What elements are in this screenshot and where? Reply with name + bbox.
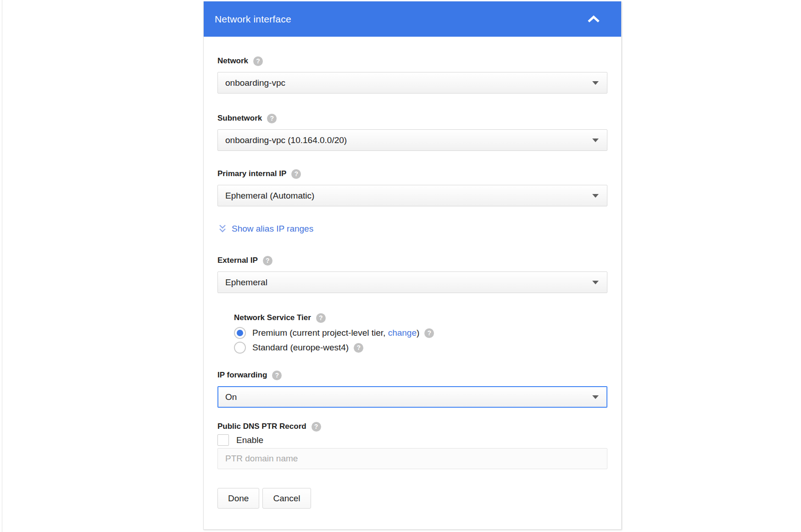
- premium-radio[interactable]: [234, 327, 246, 339]
- dropdown-arrow-icon: [592, 395, 599, 399]
- primary-internal-ip-select[interactable]: Ephemeral (Automatic): [217, 185, 607, 206]
- action-buttons: Done Cancel: [217, 488, 607, 509]
- subnetwork-help-icon[interactable]: ?: [267, 114, 277, 123]
- dropdown-arrow-icon: [592, 194, 599, 198]
- primary-internal-ip-help-icon[interactable]: ?: [291, 169, 301, 179]
- primary-internal-ip-select-value: Ephemeral (Automatic): [225, 191, 592, 201]
- premium-radio-label: Premium (current project-level tier, cha…: [252, 328, 419, 338]
- standard-radio[interactable]: [234, 342, 246, 354]
- network-label: Network: [217, 56, 248, 66]
- ip-forwarding-select-value: On: [225, 392, 592, 402]
- network-field: Network ? onboarding-vpc: [217, 55, 607, 94]
- subnetwork-select[interactable]: onboarding-vpc (10.164.0.0/20): [217, 129, 607, 151]
- enable-ptr-row: Enable: [217, 434, 607, 446]
- primary-internal-ip-label: Primary internal IP: [217, 169, 286, 178]
- cancel-button[interactable]: Cancel: [262, 488, 311, 509]
- done-button[interactable]: Done: [217, 488, 259, 509]
- ip-forwarding-select[interactable]: On: [217, 386, 607, 408]
- panel-header: Network interface: [204, 1, 621, 37]
- external-ip-select-value: Ephemeral: [225, 277, 592, 288]
- standard-radio-label: Standard (europe-west4): [252, 343, 349, 353]
- page: Network interface Network ? onboarding-v…: [0, 0, 801, 532]
- standard-tier-option: Standard (europe-west4) ?: [234, 341, 607, 355]
- external-ip-label: External IP: [217, 256, 258, 265]
- premium-help-icon[interactable]: ?: [424, 328, 434, 338]
- network-help-icon[interactable]: ?: [253, 56, 263, 66]
- network-service-tier-help-icon[interactable]: ?: [316, 313, 326, 323]
- show-alias-ip-ranges-label: Show alias IP ranges: [232, 224, 313, 234]
- network-service-tier-label: Network Service Tier: [234, 313, 311, 322]
- external-ip-help-icon[interactable]: ?: [263, 256, 273, 266]
- external-ip-field: External IP ? Ephemeral: [217, 255, 607, 293]
- page-left-divider: [2, 0, 2, 532]
- primary-internal-ip-field: Primary internal IP ? Ephemeral (Automat…: [217, 168, 607, 206]
- dropdown-arrow-icon: [592, 281, 599, 284]
- panel-title: Network interface: [215, 14, 291, 25]
- network-service-tier-field: Network Service Tier ? Premium (current …: [234, 312, 607, 355]
- change-tier-link[interactable]: change: [388, 328, 417, 338]
- subnetwork-select-value: onboarding-vpc (10.164.0.0/20): [225, 135, 592, 145]
- dropdown-arrow-icon: [592, 81, 599, 85]
- premium-label-close: ): [417, 328, 419, 338]
- public-dns-ptr-help-icon[interactable]: ?: [312, 422, 321, 432]
- ip-forwarding-field: IP forwarding ? On: [217, 370, 607, 408]
- network-select[interactable]: onboarding-vpc: [217, 72, 607, 94]
- dropdown-arrow-icon: [592, 139, 599, 142]
- show-alias-ip-ranges-link[interactable]: Show alias IP ranges: [217, 223, 607, 235]
- chevron-up-icon: [586, 15, 601, 24]
- network-interface-panel: Network interface Network ? onboarding-v…: [203, 1, 622, 530]
- ptr-domain-name-input[interactable]: [217, 448, 607, 469]
- ip-forwarding-label: IP forwarding: [217, 371, 267, 380]
- collapse-button[interactable]: [584, 13, 603, 26]
- public-dns-ptr-label: Public DNS PTR Record: [217, 422, 306, 431]
- subnetwork-label: Subnetwork: [217, 114, 262, 123]
- ip-forwarding-help-icon[interactable]: ?: [272, 371, 282, 380]
- external-ip-select[interactable]: Ephemeral: [217, 272, 607, 293]
- standard-help-icon[interactable]: ?: [354, 343, 363, 353]
- enable-ptr-label: Enable: [236, 435, 263, 445]
- public-dns-ptr-field: Public DNS PTR Record ? Enable: [217, 421, 607, 469]
- premium-label-text: Premium (current project-level tier,: [252, 328, 388, 338]
- enable-ptr-checkbox[interactable]: [217, 434, 229, 446]
- premium-tier-option: Premium (current project-level tier, cha…: [234, 326, 607, 340]
- double-chevron-down-icon: [217, 223, 228, 234]
- panel-body: Network ? onboarding-vpc Subnetwork ? on…: [204, 55, 621, 509]
- network-select-value: onboarding-vpc: [225, 78, 592, 88]
- subnetwork-field: Subnetwork ? onboarding-vpc (10.164.0.0/…: [217, 113, 607, 151]
